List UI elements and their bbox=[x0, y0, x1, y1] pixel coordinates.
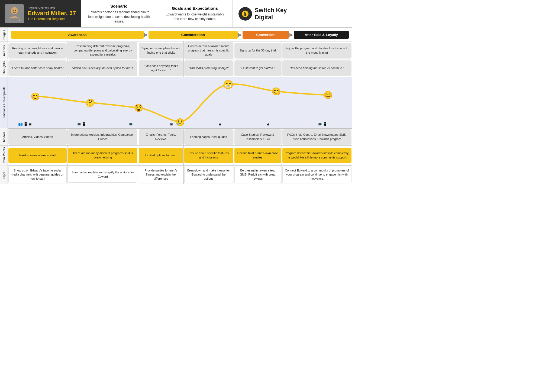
modal-box-3: Emails, Forums, Tools, Reviews bbox=[139, 129, 183, 145]
pain-cell-4: Unsure about specific features and inclu… bbox=[183, 145, 234, 165]
touchpoints-6: 🖥 bbox=[266, 122, 270, 126]
opportunities-row: Oppt. Show up on Edward's favorite socia… bbox=[0, 165, 352, 184]
persona-tagline: The Determined Beginner bbox=[28, 17, 76, 21]
pain-points-row: Pain Points Hard to know where to start … bbox=[0, 145, 352, 165]
touchpoints-4: 🖥 bbox=[170, 122, 173, 126]
action-box-2: Researching different exercise programs,… bbox=[68, 42, 138, 59]
pain-points-label: Pain Points bbox=[0, 145, 8, 165]
oppt-cell-4: Breakdown and make it easy for Edward to… bbox=[183, 165, 234, 184]
pain-box-3: Limited options for men bbox=[139, 148, 183, 163]
oppt-cell-3: Provide guides for men's fitness and exp… bbox=[138, 165, 183, 184]
action-box-5: Signs up for the 30-day trial bbox=[234, 43, 281, 59]
modal-cell-4: Landing pages, Best guides bbox=[183, 128, 234, 145]
brand-name: Sw!tch Key Digital bbox=[255, 7, 287, 21]
modals-label: Modals bbox=[0, 128, 8, 145]
tp6-icon1: 🖥 bbox=[266, 122, 270, 126]
oppt-cell-2: Summarise, explain and simplify the opti… bbox=[67, 165, 138, 184]
pain-cell-3: Limited options for men bbox=[138, 145, 183, 165]
persona-name: Edward Miller, 37 bbox=[28, 10, 76, 17]
action-box-3: Trying out some plans but not finding on… bbox=[139, 43, 183, 59]
thoughts-row: Thoughts "I need to take better care of … bbox=[0, 60, 352, 77]
tp7-icon1: 💻 bbox=[318, 122, 322, 126]
thought-box-1: "I need to take better care of my health… bbox=[8, 60, 67, 76]
scenario-block: Scenario Edward's doctor has recommended… bbox=[81, 0, 157, 27]
stages-label: Stages bbox=[0, 28, 8, 41]
scenario-title: Scenario bbox=[87, 4, 151, 8]
thought-cell-2: "Which one is actually the best option f… bbox=[67, 60, 138, 77]
stage-consideration: Consideration bbox=[149, 31, 238, 39]
persona-subtitle: Beginner Journey Map bbox=[28, 7, 76, 9]
thought-box-2: "Which one is actually the best option f… bbox=[68, 60, 138, 76]
touchpoints-1: 👥 📱 🖥 bbox=[18, 122, 32, 126]
action-cell-2: Researching different exercise programs,… bbox=[67, 41, 138, 60]
persona-block: Beginner Journey Map Edward Miller, 37 T… bbox=[0, 0, 81, 27]
emotion-svg bbox=[8, 77, 352, 128]
action-box-4: Comes across a tailored mens' program th… bbox=[184, 42, 233, 59]
oppt-box-4: Breakdown and make it easy for Edward to… bbox=[184, 166, 233, 183]
actions-label: Actions bbox=[0, 41, 8, 60]
action-box-6: Enjoys the program and decides to subscr… bbox=[282, 43, 351, 59]
goals-title: Goals and Expectations bbox=[163, 6, 227, 11]
tp3-icon1: 💻 bbox=[128, 122, 133, 126]
emotions-cell: 😊 👥 📱 🖥 🤔 💻 📱 bbox=[8, 77, 352, 128]
action-box-1: Reading up on weight loss and muscle gai… bbox=[8, 43, 67, 59]
thoughts-label: Thoughts bbox=[0, 60, 8, 77]
actions-row: Actions Reading up on weight loss and mu… bbox=[0, 41, 352, 60]
thought-cell-5: "I just want to get started." bbox=[234, 60, 282, 77]
action-cell-1: Reading up on weight loss and muscle gai… bbox=[8, 41, 67, 60]
stages-container: Awareness ▶ Consideration ▶ Conversion ▶… bbox=[9, 30, 350, 40]
modal-cell-6: FAQs, Help Centre, Email Newsletters, SM… bbox=[282, 128, 352, 145]
stages-row: Stages Awareness ▶ Consideration ▶ Conve… bbox=[0, 28, 352, 41]
svg-point-4 bbox=[15, 10, 16, 11]
oppt-cell-1: Show up on Edward's favorite social medi… bbox=[8, 165, 67, 184]
touchpoints-2: 💻 📱 bbox=[77, 122, 86, 126]
svg-point-3 bbox=[13, 10, 14, 11]
arrow-2: ▶ bbox=[238, 32, 242, 38]
thought-box-5: "I just want to get started." bbox=[234, 60, 281, 76]
tp2-icon2: 📱 bbox=[82, 122, 86, 126]
action-cell-3: Trying out some plans but not finding on… bbox=[138, 41, 183, 60]
thought-box-6: "It's been helping me so far, I'll conti… bbox=[282, 60, 351, 76]
opportunities-label: Oppt. bbox=[0, 165, 8, 184]
emotions-row: Emotions & Touchpoints bbox=[0, 77, 352, 128]
pain-cell-1: Hard to know where to start bbox=[8, 145, 67, 165]
pain-box-4: Unsure about specific features and inclu… bbox=[184, 148, 233, 163]
pain-cell-5: Doesn't trust brand's own case studies bbox=[234, 145, 282, 165]
action-cell-5: Signs up for the 30-day trial bbox=[234, 41, 282, 60]
svg-rect-10 bbox=[8, 77, 352, 128]
modals-row: Modals Articles, Videos, Shorts Informat… bbox=[0, 128, 352, 145]
svg-point-2 bbox=[11, 7, 18, 14]
emotion-chart-area: 😊 👥 📱 🖥 🤔 💻 📱 bbox=[8, 77, 352, 128]
oppt-box-2: Summarise, explain and simplify the opti… bbox=[68, 167, 138, 183]
scenario-text: Edward's doctor has recommended him to l… bbox=[87, 10, 151, 24]
thought-box-4: "This looks promising, finally?" bbox=[184, 60, 233, 76]
brand-logo bbox=[238, 7, 252, 21]
modal-box-4: Landing pages, Best guides bbox=[184, 129, 233, 145]
stage-awareness: Awareness bbox=[11, 31, 144, 39]
modal-cell-1: Articles, Videos, Shorts bbox=[8, 128, 67, 145]
page-wrapper: Beginner Journey Map Edward Miller, 37 T… bbox=[0, 0, 352, 184]
svg-rect-8 bbox=[244, 14, 246, 16]
action-cell-4: Comes across a tailored mens' program th… bbox=[183, 41, 234, 60]
tp2-icon1: 💻 bbox=[77, 122, 81, 126]
pain-box-6: Program doesn't fit Edward's lifestyle c… bbox=[282, 148, 351, 163]
stage-conversion: Conversion bbox=[243, 31, 289, 39]
modal-box-6: FAQs, Help Centre, Email Newsletters, SM… bbox=[282, 129, 351, 145]
pain-box-2: There are too many different programs so… bbox=[68, 148, 138, 163]
oppt-box-6: Connect Edward to a community of promote… bbox=[282, 166, 351, 183]
avatar bbox=[5, 4, 24, 23]
tp5-icon1: 🖥 bbox=[218, 122, 222, 126]
touchpoints-3: 💻 bbox=[128, 122, 133, 126]
header: Beginner Journey Map Edward Miller, 37 T… bbox=[0, 0, 352, 28]
pain-box-1: Hard to know where to start bbox=[8, 148, 67, 163]
modal-cell-5: Case Studies, Reviews & Testimonials, UG… bbox=[234, 128, 282, 145]
persona-text: Beginner Journey Map Edward Miller, 37 T… bbox=[28, 7, 76, 21]
goals-block: Goals and Expectations Edward wants to l… bbox=[157, 0, 233, 27]
pain-cell-6: Program doesn't fit Edward's lifestyle c… bbox=[282, 145, 352, 165]
emotions-label: Emotions & Touchpoints bbox=[0, 77, 8, 128]
modal-box-2: Informational Articles, Infographics, Co… bbox=[68, 129, 138, 145]
pain-cell-2: There are too many different programs so… bbox=[67, 145, 138, 165]
thought-box-3: "I can't find anything that's right for … bbox=[139, 60, 183, 76]
tp1-icon2: 📱 bbox=[23, 122, 28, 126]
tp4-icon1: 🖥 bbox=[170, 122, 173, 126]
